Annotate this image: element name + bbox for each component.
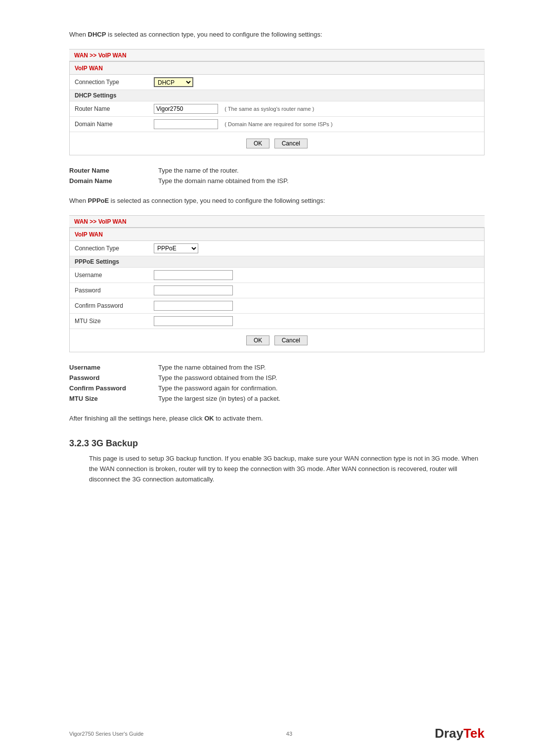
pppoe-mtu-desc-label: MTU Size <box>69 393 158 404</box>
pppoe-connection-type-label: Connection Type <box>70 241 149 256</box>
pppoe-settings-header-label: PPPoE Settings <box>70 256 484 267</box>
section-3g-backup-title: 3.2.3 3G Backup <box>69 438 485 449</box>
dhcp-domain-name-row: Domain Name ( Domain Name are required f… <box>70 116 484 132</box>
pppoe-connection-type-value-cell: DHCP PPPoE <box>149 241 484 256</box>
dray-logo-part: Dray <box>435 726 463 741</box>
pppoe-intro-text: When <box>69 197 88 204</box>
pppoe-intro-paragraph: When PPPoE is selected as connection typ… <box>69 196 485 206</box>
pppoe-cancel-button[interactable]: Cancel <box>274 335 308 345</box>
pppoe-btn-row: OK Cancel <box>75 331 479 349</box>
pppoe-connection-type-row: Connection Type DHCP PPPoE <box>70 241 484 256</box>
dhcp-voip-wan-label: VoIP WAN <box>75 65 103 72</box>
pppoe-username-input[interactable] <box>154 270 233 280</box>
pppoe-connection-type-select[interactable]: DHCP PPPoE <box>154 243 198 253</box>
pppoe-desc-table: Username Type the name obtained from the… <box>69 362 485 404</box>
pppoe-panel: VoIP WAN Connection Type DHCP PPPoE PPPo… <box>69 228 485 352</box>
dhcp-router-name-desc-label: Router Name <box>69 165 158 176</box>
after-text2: to activate them. <box>214 415 263 422</box>
pppoe-confirm-password-label: Confirm Password <box>70 298 149 313</box>
pppoe-password-desc-row: Password Type the password obtained from… <box>69 373 485 383</box>
dhcp-connection-type-select[interactable]: DHCP PPPoE <box>154 77 193 87</box>
pppoe-username-desc-row: Username Type the name obtained from the… <box>69 362 485 373</box>
dhcp-buttons-row: OK Cancel <box>70 132 484 155</box>
dhcp-domain-name-input[interactable] <box>154 119 218 129</box>
dhcp-buttons-cell: OK Cancel <box>70 132 484 155</box>
dhcp-settings-header-row: DHCP Settings <box>70 90 484 101</box>
pppoe-username-value-cell <box>149 267 484 283</box>
dhcp-domain-name-hint: ( Domain Name are required for some ISPs… <box>224 121 332 127</box>
dhcp-domain-name-desc-row: Domain Name Type the domain name obtaine… <box>69 176 485 186</box>
pppoe-username-desc-label: Username <box>69 362 158 373</box>
pppoe-panel-body: Connection Type DHCP PPPoE PPPoE Setting… <box>70 241 484 352</box>
dhcp-domain-name-label: Domain Name <box>70 116 149 132</box>
section-number: 3.2.3 <box>69 438 89 448</box>
pppoe-confirm-password-desc-row: Confirm Password Type the password again… <box>69 383 485 393</box>
dhcp-settings-table: Connection Type DHCP PPPoE DHCP Settings… <box>70 75 484 155</box>
pppoe-mtu-desc-row: MTU Size Type the largest size (in bytes… <box>69 393 485 404</box>
pppoe-buttons-row: OK Cancel <box>70 329 484 352</box>
dhcp-panel-header: VoIP WAN <box>70 62 484 75</box>
page-footer: Vigor2750 Series User's Guide 43 DrayTek <box>0 726 534 741</box>
dhcp-domain-name-desc-label: Domain Name <box>69 176 158 186</box>
dhcp-router-name-value-cell: ( The same as syslog's router name ) <box>149 101 484 116</box>
after-text1: After finishing all the settings here, p… <box>69 415 204 422</box>
pppoe-mtu-value-cell <box>149 313 484 329</box>
section-title-text: 3G Backup <box>91 438 138 448</box>
dhcp-domain-name-value-cell: ( Domain Name are required for some ISPs… <box>149 116 484 132</box>
pppoe-password-desc-text: Type the password obtained from the ISP. <box>158 373 485 383</box>
dhcp-panel: VoIP WAN Connection Type DHCP PPPoE DHCP… <box>69 61 485 155</box>
dhcp-domain-name-desc-text: Type the domain name obtained from the I… <box>158 176 485 186</box>
pppoe-breadcrumb-text: WAN >> VoIP WAN <box>74 218 127 225</box>
pppoe-mtu-desc-text: Type the largest size (in bytes) of a pa… <box>158 393 485 404</box>
pppoe-username-desc-text: Type the name obtained from the ISP. <box>158 362 485 373</box>
pppoe-confirm-password-input[interactable] <box>154 301 233 311</box>
pppoe-password-value-cell <box>149 283 484 298</box>
draytek-logo: DrayTek <box>435 726 485 741</box>
section-3g-backup-body: This page is used to setup 3G backup fun… <box>89 454 485 484</box>
dhcp-connection-type-row: Connection Type DHCP PPPoE <box>70 75 484 90</box>
dhcp-router-name-desc-text: Type the name of the router. <box>158 165 485 176</box>
pppoe-password-input[interactable] <box>154 285 233 295</box>
dhcp-intro-paragraph: When DHCP is selected as connection type… <box>69 30 485 40</box>
dhcp-breadcrumb-bar: WAN >> VoIP WAN <box>69 49 485 61</box>
pppoe-password-row: Password <box>70 283 484 298</box>
pppoe-mtu-row: MTU Size <box>70 313 484 329</box>
pppoe-username-row: Username <box>70 267 484 283</box>
pppoe-mtu-input[interactable] <box>154 316 233 326</box>
dhcp-ok-button[interactable]: OK <box>246 139 269 148</box>
dhcp-cancel-button[interactable]: Cancel <box>274 139 308 148</box>
footer-doc-label: Vigor2750 Series User's Guide <box>69 731 143 737</box>
pppoe-confirm-password-row: Confirm Password <box>70 298 484 313</box>
pppoe-mtu-label: MTU Size <box>70 313 149 329</box>
after-text-paragraph: After finishing all the settings here, p… <box>69 414 485 424</box>
dhcp-connection-type-value-cell: DHCP PPPoE <box>149 75 484 90</box>
dhcp-btn-row: OK Cancel <box>75 135 479 152</box>
pppoe-password-desc-label: Password <box>69 373 158 383</box>
pppoe-confirm-password-desc-text: Type the password again for confirmation… <box>158 383 485 393</box>
pppoe-username-label: Username <box>70 267 149 283</box>
dhcp-router-name-input[interactable] <box>154 104 218 114</box>
pppoe-ok-button[interactable]: OK <box>246 335 269 345</box>
dhcp-connection-type-label: Connection Type <box>70 75 149 90</box>
pppoe-confirm-password-desc-label: Confirm Password <box>69 383 158 393</box>
dhcp-desc-table: Router Name Type the name of the router.… <box>69 165 485 186</box>
pppoe-settings-header-row: PPPoE Settings <box>70 256 484 267</box>
pppoe-settings-table: Connection Type DHCP PPPoE PPPoE Setting… <box>70 241 484 352</box>
dhcp-bold-text: DHCP <box>88 31 106 38</box>
pppoe-password-label: Password <box>70 283 149 298</box>
pppoe-breadcrumb-bar: WAN >> VoIP WAN <box>69 215 485 228</box>
dhcp-router-name-label: Router Name <box>70 101 149 116</box>
tek-logo-part: Tek <box>463 726 485 741</box>
dhcp-router-name-row: Router Name ( The same as syslog's route… <box>70 101 484 116</box>
pppoe-intro2-text: is selected as connection type, you need… <box>109 197 325 204</box>
footer-page-number: 43 <box>286 731 292 737</box>
dhcp-breadcrumb-text: WAN >> VoIP WAN <box>74 52 127 59</box>
dhcp-panel-body: Connection Type DHCP PPPoE DHCP Settings… <box>70 75 484 155</box>
dhcp-intro2-text: is selected as connection type, you need… <box>106 31 322 38</box>
dhcp-router-name-hint: ( The same as syslog's router name ) <box>224 106 314 112</box>
dhcp-intro-text: When <box>69 31 88 38</box>
dhcp-router-name-desc-row: Router Name Type the name of the router. <box>69 165 485 176</box>
dhcp-settings-header-label: DHCP Settings <box>70 90 484 101</box>
pppoe-panel-header: VoIP WAN <box>70 228 484 241</box>
pppoe-buttons-cell: OK Cancel <box>70 329 484 352</box>
